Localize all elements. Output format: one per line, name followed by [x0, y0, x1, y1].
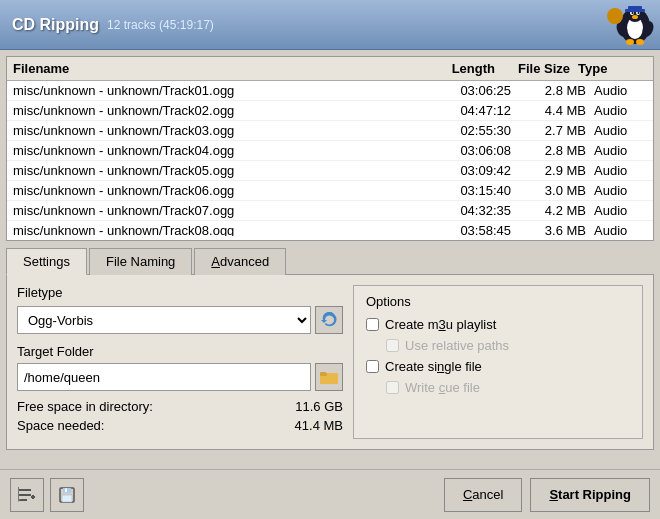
track-length: 03:06:25: [441, 83, 511, 98]
create-m3u-checkbox[interactable]: [366, 318, 379, 331]
folder-row: [17, 363, 343, 391]
write-cue-file-row: Write cue file: [386, 380, 630, 395]
svg-point-15: [609, 16, 621, 24]
app-logo: [600, 4, 650, 46]
track-size: 4.2 MB: [511, 203, 586, 218]
svg-rect-13: [625, 9, 645, 12]
table-row[interactable]: misc/unknown - unknown/Track03.ogg 02:55…: [7, 121, 653, 141]
svg-point-7: [632, 15, 638, 19]
track-length: 03:06:08: [441, 143, 511, 158]
create-single-file-checkbox[interactable]: [366, 360, 379, 373]
title-bar: CD Ripping 12 tracks (45:19:17): [0, 0, 660, 50]
table-row[interactable]: misc/unknown - unknown/Track08.ogg 03:58…: [7, 221, 653, 236]
svg-point-10: [626, 39, 634, 45]
app-title: CD Ripping: [12, 16, 99, 34]
track-list-body[interactable]: misc/unknown - unknown/Track01.ogg 03:06…: [7, 81, 653, 236]
track-type: Audio: [586, 83, 651, 98]
col-header-size: File Size: [495, 61, 570, 76]
settings-left: Filetype Ogg-Vorbis MP3 FLAC WAV AAC Tar…: [17, 285, 343, 439]
track-filename: misc/unknown - unknown/Track04.ogg: [9, 143, 441, 158]
col-header-scroll: [635, 61, 651, 76]
tab-settings[interactable]: Settings: [6, 248, 87, 275]
filetype-select[interactable]: Ogg-Vorbis MP3 FLAC WAV AAC: [17, 306, 311, 334]
folder-icon: [320, 370, 338, 384]
svg-rect-23: [32, 495, 34, 499]
save-button[interactable]: [50, 478, 84, 512]
filetype-label: Filetype: [17, 285, 343, 300]
space-needed-label: Space needed:: [17, 418, 104, 433]
settings-panel: Filetype Ogg-Vorbis MP3 FLAC WAV AAC Tar…: [6, 275, 654, 450]
folder-input[interactable]: [17, 363, 311, 391]
table-row[interactable]: misc/unknown - unknown/Track02.ogg 04:47…: [7, 101, 653, 121]
filetype-row: Ogg-Vorbis MP3 FLAC WAV AAC: [17, 306, 343, 334]
track-type: Audio: [586, 123, 651, 138]
free-space-value: 11.6 GB: [295, 399, 343, 414]
track-size: 2.8 MB: [511, 83, 586, 98]
track-type: Audio: [586, 223, 651, 236]
create-m3u-label: Create m3u playlist: [385, 317, 496, 332]
bottom-bar: Cancel Start Ripping: [0, 469, 660, 519]
free-space-label: Free space in directory:: [17, 399, 153, 414]
track-length: 03:58:45: [441, 223, 511, 236]
track-type: Audio: [586, 103, 651, 118]
track-filename: misc/unknown - unknown/Track07.ogg: [9, 203, 441, 218]
target-folder-label: Target Folder: [17, 344, 343, 359]
col-header-filename: Filename: [9, 61, 425, 76]
track-filename: misc/unknown - unknown/Track06.ogg: [9, 183, 441, 198]
cancel-button[interactable]: Cancel: [444, 478, 522, 512]
tab-file-naming[interactable]: File Naming: [89, 248, 192, 275]
bottom-right: Cancel Start Ripping: [444, 478, 650, 512]
table-row[interactable]: misc/unknown - unknown/Track05.ogg 03:09…: [7, 161, 653, 181]
track-length: 04:47:12: [441, 103, 511, 118]
track-type: Audio: [586, 143, 651, 158]
track-type: Audio: [586, 203, 651, 218]
use-relative-paths-label: Use relative paths: [405, 338, 509, 353]
col-header-type: Type: [570, 61, 635, 76]
track-length: 04:32:35: [441, 203, 511, 218]
table-row[interactable]: misc/unknown - unknown/Track04.ogg 03:06…: [7, 141, 653, 161]
save-icon: [57, 485, 77, 505]
svg-rect-27: [65, 488, 67, 492]
track-type: Audio: [586, 163, 651, 178]
create-single-file-row: Create single file: [366, 359, 630, 374]
use-relative-paths-row: Use relative paths: [386, 338, 630, 353]
svg-point-6: [638, 12, 640, 14]
free-space-row: Free space in directory: 11.6 GB: [17, 399, 343, 414]
space-needed-value: 41.4 MB: [295, 418, 343, 433]
track-size: 4.4 MB: [511, 103, 586, 118]
svg-rect-18: [320, 372, 326, 375]
track-size: 2.7 MB: [511, 123, 586, 138]
filetype-refresh-button[interactable]: [315, 306, 343, 334]
create-m3u-row: Create m3u playlist: [366, 317, 630, 332]
tab-advanced[interactable]: Advanced: [194, 248, 286, 275]
track-size: 3.6 MB: [511, 223, 586, 236]
svg-rect-20: [19, 494, 31, 496]
bottom-left: [10, 478, 84, 512]
write-cue-file-label: Write cue file: [405, 380, 480, 395]
use-relative-paths-checkbox[interactable]: [386, 339, 399, 352]
folder-browse-button[interactable]: [315, 363, 343, 391]
table-row[interactable]: misc/unknown - unknown/Track06.ogg 03:15…: [7, 181, 653, 201]
track-filename: misc/unknown - unknown/Track03.ogg: [9, 123, 441, 138]
space-needed-row: Space needed: 41.4 MB: [17, 418, 343, 433]
start-ripping-button[interactable]: Start Ripping: [530, 478, 650, 512]
options-label: Options: [366, 294, 630, 309]
track-type: Audio: [586, 183, 651, 198]
tabs-area: Settings File Naming Advanced: [6, 247, 654, 275]
track-length: 03:09:42: [441, 163, 511, 178]
track-size: 2.8 MB: [511, 143, 586, 158]
create-single-file-label: Create single file: [385, 359, 482, 374]
track-filename: misc/unknown - unknown/Track08.ogg: [9, 223, 441, 236]
track-size: 3.0 MB: [511, 183, 586, 198]
write-cue-file-checkbox[interactable]: [386, 381, 399, 394]
track-size: 2.9 MB: [511, 163, 586, 178]
add-to-list-button[interactable]: [10, 478, 44, 512]
track-list-container: Filename Length File Size Type misc/unkn…: [6, 56, 654, 241]
track-filename: misc/unknown - unknown/Track01.ogg: [9, 83, 441, 98]
track-list-header: Filename Length File Size Type: [7, 57, 653, 81]
svg-point-11: [636, 39, 644, 45]
refresh-icon: [321, 312, 337, 328]
table-row[interactable]: misc/unknown - unknown/Track01.ogg 03:06…: [7, 81, 653, 101]
svg-point-5: [632, 12, 634, 14]
table-row[interactable]: misc/unknown - unknown/Track07.ogg 04:32…: [7, 201, 653, 221]
